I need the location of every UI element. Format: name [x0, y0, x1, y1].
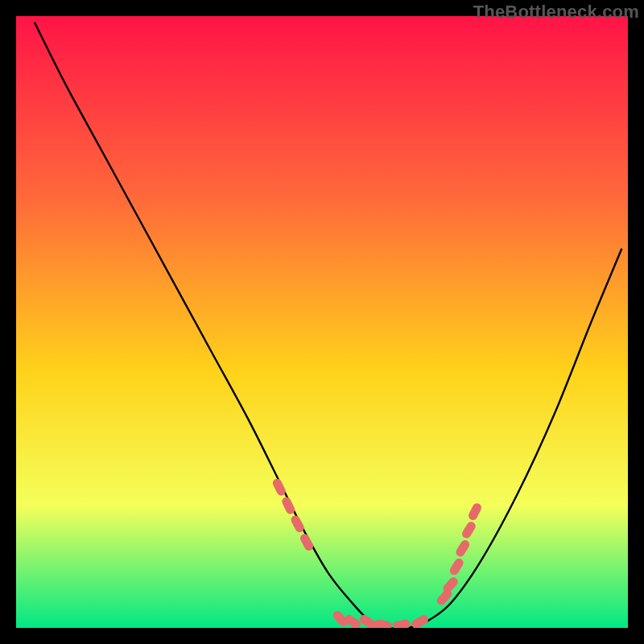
watermark-text: TheBottleneck.com: [473, 2, 639, 23]
chart-background: [16, 16, 628, 628]
chart-plot-area: [16, 16, 628, 628]
chart-frame: TheBottleneck.com: [0, 0, 644, 644]
chart-svg: [16, 16, 628, 628]
